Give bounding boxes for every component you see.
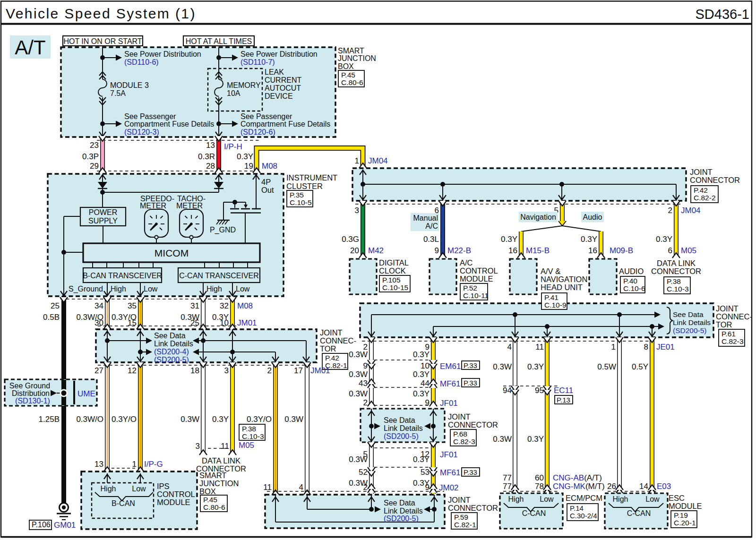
svg-text:94: 94 — [503, 386, 512, 395]
svg-text:Link Details: Link Details — [384, 424, 423, 432]
svg-text:32: 32 — [220, 301, 229, 310]
svg-text:M08: M08 — [237, 301, 253, 310]
svg-text:44: 44 — [421, 379, 430, 388]
svg-text:P.19: P.19 — [674, 511, 688, 519]
svg-text:14: 14 — [639, 482, 648, 491]
svg-text:C.80-6: C.80-6 — [341, 78, 363, 86]
svg-text:P.45: P.45 — [203, 496, 217, 504]
svg-text:0.3Y/O: 0.3Y/O — [112, 415, 137, 424]
svg-text:53: 53 — [421, 468, 430, 477]
svg-text:(SD200-5): (SD200-5) — [384, 432, 419, 440]
svg-text:1: 1 — [611, 343, 616, 351]
svg-text:C.20-1: C.20-1 — [674, 519, 696, 527]
svg-text:C-CAN: C-CAN — [627, 509, 651, 517]
svg-text:(SD200-5): (SD200-5) — [673, 326, 707, 334]
svg-text:I/P-H: I/P-H — [224, 142, 242, 151]
svg-text:See Passenger: See Passenger — [241, 112, 292, 120]
svg-text:I/P-G: I/P-G — [144, 460, 163, 469]
svg-text:P.13: P.13 — [557, 396, 570, 404]
svg-text:SD436-1: SD436-1 — [696, 7, 749, 22]
svg-text:See Data: See Data — [384, 499, 415, 507]
svg-text:2: 2 — [363, 398, 368, 407]
svg-text:(SD120-6): (SD120-6) — [241, 128, 275, 136]
svg-text:EC11: EC11 — [554, 386, 573, 395]
svg-text:0.3Y: 0.3Y — [581, 235, 597, 244]
svg-text:P.45: P.45 — [341, 71, 355, 79]
svg-text:M05: M05 — [239, 441, 254, 450]
svg-text:High: High — [101, 485, 116, 493]
svg-text:6: 6 — [668, 246, 672, 255]
svg-text:MODULE: MODULE — [157, 498, 190, 506]
svg-text:25: 25 — [51, 301, 60, 310]
svg-text:P.41: P.41 — [544, 293, 558, 301]
svg-text:Out: Out — [261, 186, 274, 194]
svg-text:C.10-6: C.10-6 — [623, 284, 645, 292]
svg-text:0.3W: 0.3W — [493, 362, 512, 371]
svg-text:(SD200-5): (SD200-5) — [154, 356, 189, 364]
svg-text:Low: Low — [645, 495, 660, 503]
svg-text:SUPPLY: SUPPLY — [88, 217, 118, 225]
svg-text:P.42: P.42 — [694, 186, 708, 194]
svg-text:M42: M42 — [368, 246, 384, 255]
svg-text:0.3Y: 0.3Y — [413, 389, 430, 398]
svg-text:Distribution: Distribution — [12, 389, 50, 397]
svg-text:1: 1 — [355, 156, 359, 165]
svg-text:C.30-2/4: C.30-2/4 — [570, 512, 597, 520]
svg-text:(SD200-4): (SD200-4) — [154, 348, 189, 356]
svg-text:JM04: JM04 — [681, 206, 701, 215]
svg-text:0.3W/O: 0.3W/O — [76, 415, 103, 424]
svg-text:M08: M08 — [262, 162, 277, 171]
svg-text:JOINT: JOINT — [320, 328, 343, 337]
svg-text:0.3W: 0.3W — [180, 415, 199, 424]
svg-text:CNG-AB(A/T): CNG-AB(A/T) — [553, 473, 602, 482]
svg-text:MODULE: MODULE — [460, 274, 493, 283]
svg-text:CURRENT: CURRENT — [265, 76, 301, 84]
svg-text:MEMORY: MEMORY — [227, 81, 261, 89]
svg-text:JUNCTION: JUNCTION — [199, 479, 239, 488]
svg-text:P.105: P.105 — [382, 276, 401, 284]
svg-text:31: 31 — [190, 301, 199, 310]
svg-text:IPS: IPS — [157, 482, 170, 490]
svg-text:P.68: P.68 — [453, 430, 467, 438]
svg-text:0.5Y: 0.5Y — [632, 362, 648, 371]
svg-text:9: 9 — [435, 246, 439, 255]
svg-text:C.82-3: C.82-3 — [722, 337, 744, 345]
svg-text:HOT AT ALL TIMES: HOT AT ALL TIMES — [186, 37, 252, 45]
svg-text:A/C: A/C — [425, 222, 438, 230]
svg-text:2: 2 — [363, 483, 368, 492]
svg-text:C.82-3: C.82-3 — [453, 437, 475, 446]
svg-text:P.106: P.106 — [32, 521, 51, 529]
svg-text:17: 17 — [294, 366, 303, 375]
svg-text:C.10-5: C.10-5 — [290, 198, 312, 206]
svg-text:JM01: JM01 — [310, 366, 330, 375]
svg-text:AUDIO: AUDIO — [619, 267, 644, 275]
svg-text:0.3W: 0.3W — [349, 350, 368, 359]
svg-text:10: 10 — [220, 318, 229, 327]
svg-text:JOINT: JOINT — [448, 412, 471, 421]
svg-text:NAVIGATION: NAVIGATION — [541, 275, 587, 283]
svg-text:0.3Y: 0.3Y — [527, 362, 544, 371]
svg-text:Link Details: Link Details — [384, 507, 423, 515]
svg-text:CLUSTER: CLUSTER — [286, 182, 323, 190]
svg-text:10A: 10A — [227, 89, 241, 97]
svg-text:E03: E03 — [657, 482, 671, 491]
svg-text:JM02: JM02 — [439, 483, 459, 492]
svg-text:C.10-9: C.10-9 — [544, 301, 567, 309]
svg-text:0.3P: 0.3P — [82, 152, 99, 161]
svg-text:CONTROL: CONTROL — [460, 266, 498, 275]
svg-text:25: 25 — [190, 318, 199, 327]
svg-text:77: 77 — [503, 482, 512, 491]
svg-text:METER: METER — [140, 202, 166, 210]
svg-text:Low: Low — [540, 495, 554, 503]
svg-text:(SD110-7): (SD110-7) — [241, 58, 275, 66]
svg-text:8: 8 — [644, 343, 648, 351]
svg-text:12: 12 — [128, 366, 137, 375]
svg-text:C.82-2: C.82-2 — [694, 194, 716, 202]
svg-text:Compartment Fuse Details: Compartment Fuse Details — [124, 120, 214, 128]
svg-text:EM61: EM61 — [440, 362, 461, 371]
svg-text:SMART: SMART — [199, 471, 226, 480]
svg-text:P.52: P.52 — [463, 284, 477, 292]
svg-text:DIGITAL: DIGITAL — [379, 258, 409, 267]
svg-text:CONTROL: CONTROL — [157, 490, 195, 498]
svg-text:C-CAN TRANSCEIVER: C-CAN TRANSCEIVER — [179, 272, 259, 280]
